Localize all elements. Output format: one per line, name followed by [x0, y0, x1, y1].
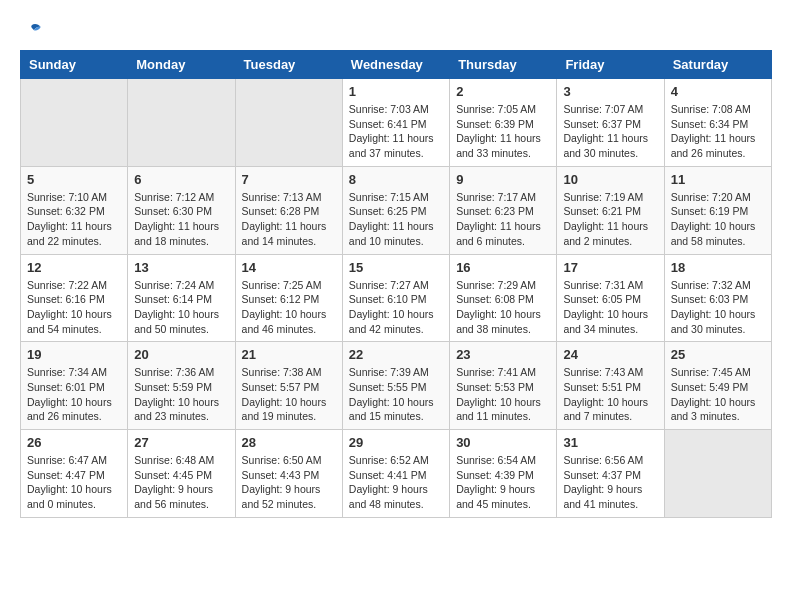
calendar-cell: 15Sunrise: 7:27 AM Sunset: 6:10 PM Dayli… [342, 254, 449, 342]
calendar-cell: 7Sunrise: 7:13 AM Sunset: 6:28 PM Daylig… [235, 166, 342, 254]
day-number: 7 [242, 172, 336, 187]
day-number: 2 [456, 84, 550, 99]
day-info: Sunrise: 7:36 AM Sunset: 5:59 PM Dayligh… [134, 365, 228, 424]
weekday-header-monday: Monday [128, 51, 235, 79]
calendar-cell: 26Sunrise: 6:47 AM Sunset: 4:47 PM Dayli… [21, 430, 128, 518]
calendar-cell: 21Sunrise: 7:38 AM Sunset: 5:57 PM Dayli… [235, 342, 342, 430]
day-info: Sunrise: 6:56 AM Sunset: 4:37 PM Dayligh… [563, 453, 657, 512]
day-info: Sunrise: 7:22 AM Sunset: 6:16 PM Dayligh… [27, 278, 121, 337]
day-info: Sunrise: 7:38 AM Sunset: 5:57 PM Dayligh… [242, 365, 336, 424]
day-info: Sunrise: 7:27 AM Sunset: 6:10 PM Dayligh… [349, 278, 443, 337]
calendar-cell: 10Sunrise: 7:19 AM Sunset: 6:21 PM Dayli… [557, 166, 664, 254]
day-number: 30 [456, 435, 550, 450]
day-info: Sunrise: 7:10 AM Sunset: 6:32 PM Dayligh… [27, 190, 121, 249]
calendar-cell: 27Sunrise: 6:48 AM Sunset: 4:45 PM Dayli… [128, 430, 235, 518]
calendar-cell: 19Sunrise: 7:34 AM Sunset: 6:01 PM Dayli… [21, 342, 128, 430]
day-number: 29 [349, 435, 443, 450]
day-number: 12 [27, 260, 121, 275]
weekday-header-tuesday: Tuesday [235, 51, 342, 79]
day-number: 31 [563, 435, 657, 450]
day-number: 26 [27, 435, 121, 450]
calendar-cell: 6Sunrise: 7:12 AM Sunset: 6:30 PM Daylig… [128, 166, 235, 254]
day-number: 11 [671, 172, 765, 187]
day-number: 4 [671, 84, 765, 99]
weekday-header-thursday: Thursday [450, 51, 557, 79]
weekday-header-saturday: Saturday [664, 51, 771, 79]
day-number: 15 [349, 260, 443, 275]
calendar-cell: 12Sunrise: 7:22 AM Sunset: 6:16 PM Dayli… [21, 254, 128, 342]
calendar-cell: 5Sunrise: 7:10 AM Sunset: 6:32 PM Daylig… [21, 166, 128, 254]
calendar-cell: 13Sunrise: 7:24 AM Sunset: 6:14 PM Dayli… [128, 254, 235, 342]
day-info: Sunrise: 6:52 AM Sunset: 4:41 PM Dayligh… [349, 453, 443, 512]
calendar-cell: 2Sunrise: 7:05 AM Sunset: 6:39 PM Daylig… [450, 79, 557, 167]
calendar-cell [664, 430, 771, 518]
calendar-cell: 23Sunrise: 7:41 AM Sunset: 5:53 PM Dayli… [450, 342, 557, 430]
calendar-cell: 22Sunrise: 7:39 AM Sunset: 5:55 PM Dayli… [342, 342, 449, 430]
calendar-cell: 17Sunrise: 7:31 AM Sunset: 6:05 PM Dayli… [557, 254, 664, 342]
day-info: Sunrise: 7:05 AM Sunset: 6:39 PM Dayligh… [456, 102, 550, 161]
calendar-cell: 24Sunrise: 7:43 AM Sunset: 5:51 PM Dayli… [557, 342, 664, 430]
calendar-cell: 3Sunrise: 7:07 AM Sunset: 6:37 PM Daylig… [557, 79, 664, 167]
calendar-table: SundayMondayTuesdayWednesdayThursdayFrid… [20, 50, 772, 518]
day-number: 13 [134, 260, 228, 275]
day-info: Sunrise: 7:19 AM Sunset: 6:21 PM Dayligh… [563, 190, 657, 249]
calendar-week-row: 19Sunrise: 7:34 AM Sunset: 6:01 PM Dayli… [21, 342, 772, 430]
day-info: Sunrise: 6:47 AM Sunset: 4:47 PM Dayligh… [27, 453, 121, 512]
day-number: 8 [349, 172, 443, 187]
calendar-cell [21, 79, 128, 167]
day-info: Sunrise: 7:15 AM Sunset: 6:25 PM Dayligh… [349, 190, 443, 249]
day-info: Sunrise: 7:20 AM Sunset: 6:19 PM Dayligh… [671, 190, 765, 249]
calendar-week-row: 1Sunrise: 7:03 AM Sunset: 6:41 PM Daylig… [21, 79, 772, 167]
day-number: 28 [242, 435, 336, 450]
day-info: Sunrise: 6:54 AM Sunset: 4:39 PM Dayligh… [456, 453, 550, 512]
weekday-header-wednesday: Wednesday [342, 51, 449, 79]
day-number: 5 [27, 172, 121, 187]
calendar-header-row: SundayMondayTuesdayWednesdayThursdayFrid… [21, 51, 772, 79]
day-number: 16 [456, 260, 550, 275]
day-info: Sunrise: 7:32 AM Sunset: 6:03 PM Dayligh… [671, 278, 765, 337]
calendar-cell: 9Sunrise: 7:17 AM Sunset: 6:23 PM Daylig… [450, 166, 557, 254]
day-number: 22 [349, 347, 443, 362]
day-number: 14 [242, 260, 336, 275]
day-number: 9 [456, 172, 550, 187]
day-number: 3 [563, 84, 657, 99]
day-number: 21 [242, 347, 336, 362]
calendar-cell: 30Sunrise: 6:54 AM Sunset: 4:39 PM Dayli… [450, 430, 557, 518]
calendar-cell: 14Sunrise: 7:25 AM Sunset: 6:12 PM Dayli… [235, 254, 342, 342]
day-info: Sunrise: 7:31 AM Sunset: 6:05 PM Dayligh… [563, 278, 657, 337]
calendar-cell: 29Sunrise: 6:52 AM Sunset: 4:41 PM Dayli… [342, 430, 449, 518]
day-info: Sunrise: 7:07 AM Sunset: 6:37 PM Dayligh… [563, 102, 657, 161]
day-number: 10 [563, 172, 657, 187]
weekday-header-sunday: Sunday [21, 51, 128, 79]
day-info: Sunrise: 7:13 AM Sunset: 6:28 PM Dayligh… [242, 190, 336, 249]
weekday-header-friday: Friday [557, 51, 664, 79]
day-info: Sunrise: 7:03 AM Sunset: 6:41 PM Dayligh… [349, 102, 443, 161]
day-number: 18 [671, 260, 765, 275]
day-number: 1 [349, 84, 443, 99]
day-info: Sunrise: 7:17 AM Sunset: 6:23 PM Dayligh… [456, 190, 550, 249]
calendar-cell [235, 79, 342, 167]
day-info: Sunrise: 7:25 AM Sunset: 6:12 PM Dayligh… [242, 278, 336, 337]
calendar-cell: 11Sunrise: 7:20 AM Sunset: 6:19 PM Dayli… [664, 166, 771, 254]
day-number: 6 [134, 172, 228, 187]
day-info: Sunrise: 7:08 AM Sunset: 6:34 PM Dayligh… [671, 102, 765, 161]
calendar-cell: 1Sunrise: 7:03 AM Sunset: 6:41 PM Daylig… [342, 79, 449, 167]
logo [20, 20, 42, 40]
day-info: Sunrise: 7:45 AM Sunset: 5:49 PM Dayligh… [671, 365, 765, 424]
day-number: 20 [134, 347, 228, 362]
calendar-cell: 31Sunrise: 6:56 AM Sunset: 4:37 PM Dayli… [557, 430, 664, 518]
day-info: Sunrise: 7:12 AM Sunset: 6:30 PM Dayligh… [134, 190, 228, 249]
calendar-week-row: 12Sunrise: 7:22 AM Sunset: 6:16 PM Dayli… [21, 254, 772, 342]
calendar-cell [128, 79, 235, 167]
day-info: Sunrise: 7:41 AM Sunset: 5:53 PM Dayligh… [456, 365, 550, 424]
day-info: Sunrise: 7:39 AM Sunset: 5:55 PM Dayligh… [349, 365, 443, 424]
day-info: Sunrise: 7:43 AM Sunset: 5:51 PM Dayligh… [563, 365, 657, 424]
day-info: Sunrise: 6:48 AM Sunset: 4:45 PM Dayligh… [134, 453, 228, 512]
day-number: 19 [27, 347, 121, 362]
day-info: Sunrise: 7:34 AM Sunset: 6:01 PM Dayligh… [27, 365, 121, 424]
calendar-cell: 25Sunrise: 7:45 AM Sunset: 5:49 PM Dayli… [664, 342, 771, 430]
calendar-cell: 4Sunrise: 7:08 AM Sunset: 6:34 PM Daylig… [664, 79, 771, 167]
day-number: 27 [134, 435, 228, 450]
calendar-week-row: 26Sunrise: 6:47 AM Sunset: 4:47 PM Dayli… [21, 430, 772, 518]
calendar-cell: 16Sunrise: 7:29 AM Sunset: 6:08 PM Dayli… [450, 254, 557, 342]
